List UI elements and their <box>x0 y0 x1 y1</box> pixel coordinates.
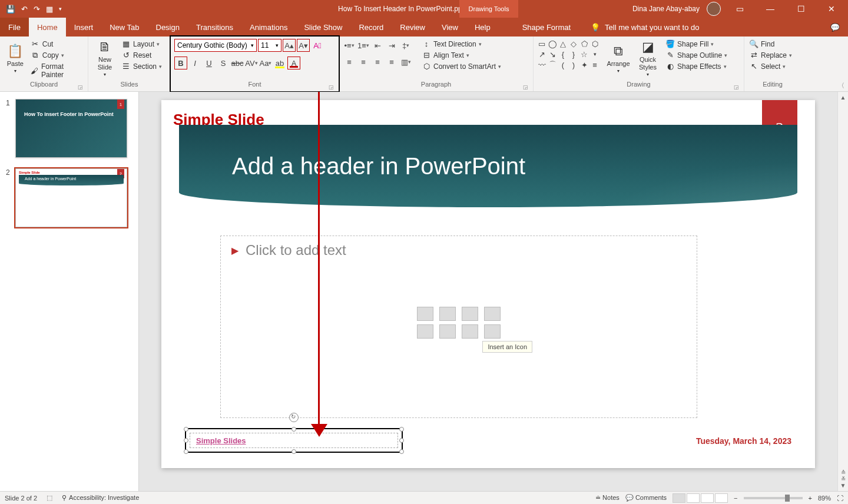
shape-outline-button[interactable]: ✎Shape Outline <box>664 50 728 60</box>
underline-button[interactable]: U <box>203 57 216 69</box>
slide-thumbnail-1[interactable]: 1 How To Insert Footer In PowerPoint <box>15 99 127 158</box>
tab-view[interactable]: View <box>433 18 466 37</box>
reset-button[interactable]: ↺Reset <box>120 50 163 60</box>
format-painter-button[interactable]: 🖌Format Painter <box>29 62 84 79</box>
fit-to-window-button[interactable]: ⛶ <box>837 495 843 502</box>
font-color-button[interactable]: A <box>287 57 300 69</box>
normal-view-button[interactable] <box>673 493 685 503</box>
start-from-beginning-icon[interactable]: ▦ <box>46 5 53 14</box>
shape-effects-button[interactable]: ◐Shape Effects <box>664 61 728 71</box>
scroll-up-button[interactable]: ▲ <box>840 94 846 101</box>
insert-chart-icon[interactable] <box>439 307 456 321</box>
quick-styles-button[interactable]: ◪ Quick Styles▾ <box>635 39 661 78</box>
maximize-button[interactable]: ☐ <box>789 0 813 18</box>
insert-video-icon[interactable] <box>462 324 478 339</box>
ribbon-display-icon[interactable]: ▭ <box>728 0 751 18</box>
resize-handle[interactable] <box>399 438 404 443</box>
align-right-button[interactable]: ≡ <box>371 55 384 68</box>
decrease-font-button[interactable]: A▾ <box>297 39 310 52</box>
user-avatar[interactable] <box>707 2 721 16</box>
align-left-button[interactable]: ≡ <box>343 55 356 68</box>
align-text-button[interactable]: ⊟Align Text <box>420 50 502 60</box>
resize-handle[interactable] <box>399 449 404 454</box>
resize-handle[interactable] <box>292 427 296 432</box>
slide-counter[interactable]: Slide 2 of 2 <box>5 495 37 502</box>
resize-handle[interactable] <box>292 449 296 454</box>
select-button[interactable]: ↖Select <box>748 61 793 71</box>
vertical-scrollbar[interactable]: ▲ ≙ ≚ ▼ <box>837 92 848 491</box>
new-slide-button[interactable]: 🗎 New Slide ▾ <box>92 39 118 78</box>
tab-home[interactable]: Home <box>29 18 66 37</box>
increase-font-button[interactable]: A▴ <box>283 39 296 52</box>
insert-icon-icon[interactable] <box>484 324 501 339</box>
cut-button[interactable]: ✂Cut <box>29 39 84 49</box>
slide-canvas-area[interactable]: Simple Slide 2 Add a header in PowerPoin… <box>139 92 837 491</box>
section-button[interactable]: ☰Section <box>120 61 163 71</box>
highlight-button[interactable]: ab <box>273 57 286 69</box>
paste-button[interactable]: 📋 Paste ▾ <box>4 39 27 78</box>
decrease-indent-button[interactable]: ⇤ <box>371 39 384 52</box>
paragraph-launcher[interactable]: ◲ <box>523 84 528 90</box>
resize-handle[interactable] <box>184 449 188 454</box>
insert-table-icon[interactable] <box>417 307 433 321</box>
font-size-input[interactable]: 11▾ <box>258 39 281 52</box>
footer-text[interactable]: Simple Slides <box>196 436 246 445</box>
content-placeholder[interactable]: ▶ Click to add text <box>220 236 697 418</box>
insert-smartart-icon[interactable] <box>462 307 478 321</box>
save-icon[interactable]: 💾 <box>6 5 15 14</box>
reading-view-button[interactable] <box>701 493 714 503</box>
justify-button[interactable]: ≡ <box>385 55 398 68</box>
user-name[interactable]: Dina Jane Abay-abay <box>632 5 700 13</box>
insert-picture-icon[interactable] <box>417 324 433 339</box>
italic-button[interactable]: I <box>188 57 201 69</box>
shapes-gallery[interactable]: ▭◯△◇⬠⬡ ↗↘{}☆▾ 〰⌒()✦≡ <box>537 39 602 69</box>
char-spacing-button[interactable]: AV <box>245 57 258 69</box>
font-launcher[interactable]: ◲ <box>329 84 334 90</box>
strikethrough-button[interactable]: abc <box>231 57 244 69</box>
zoom-slider[interactable] <box>744 497 803 499</box>
tab-new-tab[interactable]: New Tab <box>101 18 147 37</box>
prev-slide-button[interactable]: ≙ <box>841 469 846 476</box>
tab-record[interactable]: Record <box>350 18 392 37</box>
undo-icon[interactable]: ↶ <box>21 5 28 14</box>
tab-insert[interactable]: Insert <box>66 18 102 37</box>
resize-handle[interactable] <box>184 438 188 443</box>
thumbnail-row-2[interactable]: 2 Simple Slide 2 Add a header in PowerPo… <box>6 168 132 227</box>
clear-formatting-button[interactable]: A⃠ <box>311 39 324 52</box>
tab-file[interactable]: File <box>0 18 29 37</box>
tab-help[interactable]: Help <box>466 18 499 37</box>
numbering-button[interactable]: 1≡ <box>357 39 370 52</box>
drawing-launcher[interactable]: ◲ <box>734 84 739 90</box>
scroll-down-button[interactable]: ▼ <box>840 482 846 489</box>
minimize-button[interactable]: — <box>758 0 782 18</box>
tell-me[interactable]: 💡 Tell me what you want to do <box>579 18 699 37</box>
columns-button[interactable]: ▥ <box>399 55 412 68</box>
redo-icon[interactable]: ↷ <box>34 5 40 14</box>
notes-button[interactable]: ≐ Notes <box>595 494 620 502</box>
copy-button[interactable]: ⧉Copy <box>29 50 84 61</box>
insert-online-picture-icon[interactable] <box>439 324 456 339</box>
tab-shape-format[interactable]: Shape Format <box>514 18 579 37</box>
font-name-input[interactable]: Century Gothic (Body)▾ <box>174 39 257 52</box>
slideshow-view-button[interactable] <box>715 493 728 503</box>
tab-design[interactable]: Design <box>148 18 188 37</box>
thumbnail-row-1[interactable]: 1 1 How To Insert Footer In PowerPoint <box>6 99 132 158</box>
replace-button[interactable]: ⇄Replace <box>748 50 793 60</box>
tab-animations[interactable]: Animations <box>241 18 296 37</box>
zoom-level[interactable]: 89% <box>818 495 831 502</box>
layout-button[interactable]: ▦Layout <box>120 39 163 49</box>
convert-smartart-button[interactable]: ⬡Convert to SmartArt <box>420 61 502 71</box>
comments-button[interactable]: 💬 Comments <box>625 494 667 502</box>
slide-sorter-button[interactable] <box>687 493 700 503</box>
slide-thumbnail-2[interactable]: Simple Slide 2 Add a header in PowerPoin… <box>15 168 127 227</box>
next-slide-button[interactable]: ≚ <box>841 476 846 482</box>
bold-button[interactable]: B <box>174 57 187 69</box>
tab-transitions[interactable]: Transitions <box>188 18 241 37</box>
zoom-in-button[interactable]: + <box>809 495 812 502</box>
zoom-out-button[interactable]: − <box>734 495 737 502</box>
find-button[interactable]: 🔍Find <box>748 39 793 49</box>
tab-slideshow[interactable]: Slide Show <box>296 18 350 37</box>
footer-textbox-selected[interactable]: Simple Slides <box>185 428 403 453</box>
zoom-knob[interactable] <box>785 495 790 502</box>
close-button[interactable]: ✕ <box>820 0 843 18</box>
